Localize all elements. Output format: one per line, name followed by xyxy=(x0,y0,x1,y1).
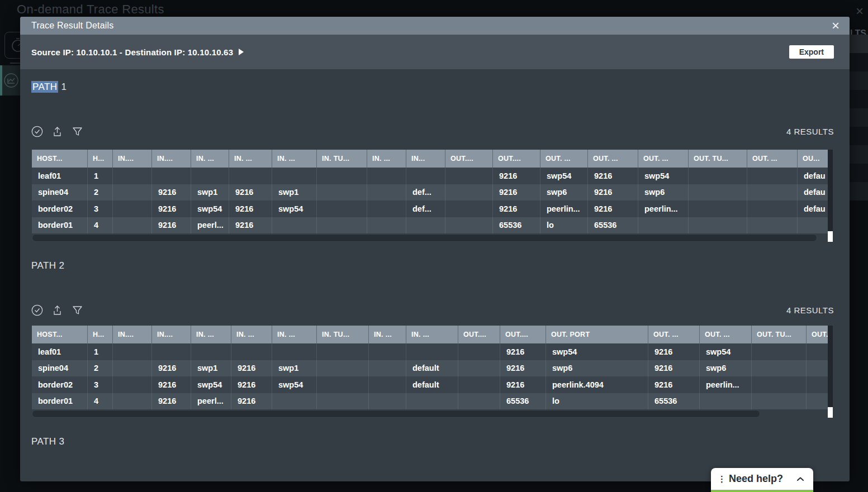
column-header[interactable]: IN. ... xyxy=(229,150,272,168)
table-cell xyxy=(113,360,152,377)
horizontal-scrollbar[interactable] xyxy=(32,410,760,418)
column-header[interactable]: OU... xyxy=(798,150,830,168)
table-row[interactable]: border0149216peerl...921665536lo65536 xyxy=(32,393,830,410)
filter-icon[interactable] xyxy=(72,304,83,316)
column-header[interactable]: OUT. xyxy=(807,326,830,343)
page-close-icon[interactable]: × xyxy=(856,3,864,19)
column-header[interactable]: OUT. PORT xyxy=(546,326,648,343)
column-header[interactable]: IN. ... xyxy=(367,150,406,168)
column-header[interactable]: IN. ... xyxy=(272,150,317,168)
column-header[interactable]: IN. ... xyxy=(272,326,317,343)
table-cell: peerl... xyxy=(191,217,229,234)
circle-check-icon[interactable] xyxy=(31,126,43,137)
table-cell xyxy=(458,376,500,393)
path-2-toolbar: 4 RESULTS xyxy=(31,302,834,318)
chevron-up-icon xyxy=(796,474,804,484)
vertical-scrollbar-thumb[interactable] xyxy=(828,407,833,418)
grip-dots-icon: ⋮ xyxy=(718,474,725,484)
export-icon[interactable] xyxy=(51,126,63,137)
vertical-scrollbar[interactable] xyxy=(828,326,833,418)
column-header[interactable]: IN.... xyxy=(152,326,191,343)
column-header[interactable]: IN. TU... xyxy=(317,326,369,343)
column-header[interactable]: OUT.... xyxy=(458,326,500,343)
expand-play-icon[interactable] xyxy=(239,49,244,55)
column-header[interactable]: OUT.... xyxy=(493,150,540,168)
path-1-heading: PATH 1 xyxy=(31,82,850,94)
column-header[interactable]: IN.... xyxy=(152,150,191,168)
table-cell xyxy=(369,393,406,410)
table-cell xyxy=(747,200,798,217)
column-header[interactable]: H... xyxy=(88,150,113,168)
column-header[interactable]: OUT. ... xyxy=(540,150,588,168)
table-cell xyxy=(406,393,458,410)
table-cell: 9216 xyxy=(648,360,700,377)
table-cell: 3 xyxy=(88,200,113,217)
column-header[interactable]: IN. ... xyxy=(369,326,406,343)
horizontal-scrollbar[interactable] xyxy=(32,234,817,242)
table-row[interactable]: leaf0119216swp549216swp54 xyxy=(32,343,830,360)
modal-subheader: Source IP: 10.10.10.1 - Destination IP: … xyxy=(20,35,850,69)
table-row[interactable]: border0239216swp549216swp54default9216pe… xyxy=(32,376,830,393)
column-header[interactable]: IN. ... xyxy=(191,150,229,168)
table-cell xyxy=(113,393,152,410)
table-cell xyxy=(406,168,445,184)
filter-icon[interactable] xyxy=(72,126,83,137)
column-header[interactable]: OUT.... xyxy=(445,150,493,168)
export-button[interactable]: Export xyxy=(789,45,834,59)
table-cell: 9216 xyxy=(229,217,272,234)
column-header[interactable]: H... xyxy=(88,326,113,343)
table-cell: swp1 xyxy=(272,360,317,377)
column-header[interactable]: OUT. TU... xyxy=(689,150,747,168)
table-row[interactable]: leaf0119216swp549216swp54defau xyxy=(32,168,830,184)
column-header[interactable]: OUT.... xyxy=(500,326,546,343)
table-cell: 1 xyxy=(88,343,113,360)
table-cell xyxy=(406,343,458,360)
chart-nav-item[interactable] xyxy=(0,65,20,95)
table-cell xyxy=(689,217,747,234)
table-cell: 2 xyxy=(88,360,113,377)
column-header[interactable]: OUT. ... xyxy=(638,150,689,168)
column-header[interactable]: IN.... xyxy=(113,150,152,168)
column-header[interactable]: OUT. ... xyxy=(588,150,638,168)
need-help-button[interactable]: ⋮ Need help? xyxy=(711,468,813,492)
table-cell: swp54 xyxy=(191,200,229,217)
column-header[interactable]: OUT. ... xyxy=(648,326,700,343)
column-header[interactable]: IN. ... xyxy=(191,326,231,343)
column-header[interactable]: IN... xyxy=(406,150,445,168)
column-header[interactable]: OUT. TU... xyxy=(752,326,807,343)
table-cell: 9216 xyxy=(152,393,191,410)
path-1-results-count: 4 RESULTS xyxy=(786,127,834,136)
table-row[interactable]: border0239216swp549216swp54def...9216pee… xyxy=(32,200,830,217)
table-cell: def... xyxy=(406,184,445,201)
vertical-scrollbar-thumb[interactable] xyxy=(828,231,833,242)
line-chart-icon xyxy=(3,72,20,89)
table-cell: 9216 xyxy=(231,360,272,377)
vertical-scrollbar[interactable] xyxy=(828,150,833,242)
table-cell: 2 xyxy=(88,184,113,201)
column-header[interactable]: OUT. ... xyxy=(747,150,798,168)
column-header[interactable]: HOST... xyxy=(32,326,88,343)
circle-check-icon[interactable] xyxy=(31,304,43,316)
table-cell: swp54 xyxy=(191,376,231,393)
table-cell: border01 xyxy=(32,393,88,410)
table-cell: 65536 xyxy=(493,217,540,234)
column-header[interactable]: IN. ... xyxy=(231,326,272,343)
table-cell: swp6 xyxy=(540,184,588,201)
table-row[interactable]: spine0429216swp19216swp1def...9216swp692… xyxy=(32,184,830,201)
table-cell: 65536 xyxy=(588,217,638,234)
table-cell: peerlin... xyxy=(700,376,752,393)
column-header[interactable]: OUT. ... xyxy=(700,326,752,343)
table-cell: swp6 xyxy=(700,360,752,377)
table-row[interactable]: border0149216peerl...921665536lo65536 xyxy=(32,217,830,234)
table-cell: swp54 xyxy=(638,168,689,184)
export-icon[interactable] xyxy=(51,304,63,316)
table-cell xyxy=(807,393,830,410)
table-row[interactable]: spine0429216swp19216swp1default9216swp69… xyxy=(32,360,830,377)
modal-close-icon[interactable]: × xyxy=(829,19,842,32)
column-header[interactable]: IN. TU... xyxy=(317,150,367,168)
table-cell xyxy=(367,168,406,184)
table-cell xyxy=(807,376,830,393)
column-header[interactable]: IN. ... xyxy=(406,326,458,343)
column-header[interactable]: HOST... xyxy=(32,150,88,168)
column-header[interactable]: IN.... xyxy=(113,326,152,343)
